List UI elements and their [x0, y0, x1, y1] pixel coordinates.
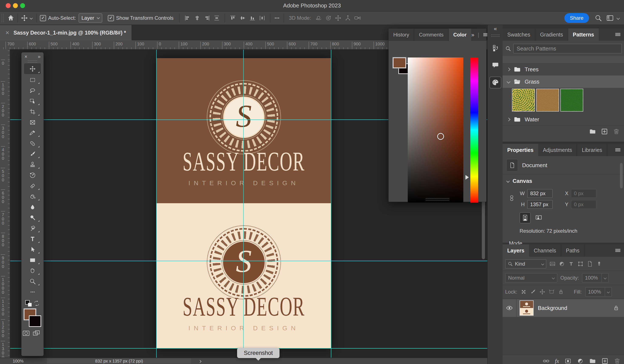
tab-color[interactable]: Color	[449, 29, 471, 41]
x-field[interactable]: 0 px	[571, 189, 597, 198]
comments-panel-icon[interactable]	[490, 60, 501, 71]
adjustment-layer-filter-icon[interactable]	[559, 261, 565, 267]
workspace-chevron-icon[interactable]	[617, 16, 620, 20]
default-colors-icon[interactable]	[25, 300, 32, 307]
new-adjustment-layer-icon[interactable]	[577, 358, 584, 364]
pattern-group-grass[interactable]: Grass	[503, 75, 624, 88]
crop-tool[interactable]	[24, 106, 41, 117]
new-group-icon[interactable]	[589, 358, 596, 364]
collapse-panel-icon[interactable]: »	[471, 32, 474, 38]
landscape-orientation-button[interactable]	[534, 212, 544, 222]
home-icon[interactable]	[7, 14, 14, 22]
panel-menu-icon[interactable]	[615, 147, 621, 153]
chevron-down-icon[interactable]	[507, 80, 510, 84]
auto-select-target-dropdown[interactable]: Layer	[78, 13, 102, 23]
foreground-color-well[interactable]	[393, 57, 406, 68]
hue-slider[interactable]	[470, 57, 478, 203]
lock-transparency-icon[interactable]	[521, 289, 527, 295]
tab-properties[interactable]: Properties	[503, 144, 538, 156]
hand-tool[interactable]	[24, 265, 41, 276]
blend-mode-dropdown[interactable]: Normal	[505, 273, 557, 283]
new-layer-icon[interactable]	[601, 358, 608, 364]
eraser-tool[interactable]	[24, 180, 41, 191]
slide-3d-icon[interactable]	[344, 15, 351, 22]
move-tool[interactable]	[24, 63, 41, 74]
align-horizontal-centers-icon[interactable]	[194, 15, 200, 21]
color-picker-marker[interactable]	[437, 133, 444, 140]
healing-brush-tool[interactable]	[24, 138, 41, 149]
chevron-right-icon[interactable]	[507, 118, 510, 121]
history-brush-tool[interactable]	[24, 170, 41, 180]
guide-vertical-center[interactable]	[243, 50, 244, 358]
width-field[interactable]: 832 px	[527, 189, 553, 198]
distribute-horizontal-icon[interactable]	[259, 15, 265, 21]
pattern-group-water[interactable]: Water	[503, 113, 624, 125]
vertical-ruler[interactable]: 0100200300400500600700800900100011001200…	[0, 49, 10, 358]
tab-libraries[interactable]: Libraries	[577, 144, 607, 156]
search-icon[interactable]	[595, 14, 602, 22]
toolbar-close-icon[interactable]: ×	[25, 54, 27, 60]
align-vertical-centers-icon[interactable]	[239, 15, 246, 21]
document-tab[interactable]: × Sassy Decor-1_1-min.jpg @ 100% (RGB/8#…	[0, 25, 132, 40]
paint-bucket-tool[interactable]	[24, 191, 41, 202]
frame-tool[interactable]	[24, 117, 41, 127]
roll-3d-icon[interactable]	[325, 15, 332, 22]
move-tool-preset-icon[interactable]	[21, 14, 28, 22]
background-color-swatch[interactable]	[29, 315, 41, 327]
tab-layers[interactable]: Layers	[503, 244, 529, 257]
blur-tool[interactable]	[24, 202, 41, 212]
fill-field[interactable]: 100%	[585, 287, 612, 296]
lock-all-icon[interactable]	[558, 289, 564, 295]
guide-horizontal-middle[interactable]	[10, 261, 487, 261]
panel-menu-icon[interactable]	[615, 31, 621, 38]
guide-vertical-right[interactable]	[331, 50, 331, 358]
orbit-3d-icon[interactable]	[315, 15, 322, 22]
tab-history[interactable]: History	[389, 29, 414, 41]
dry-grass-pattern[interactable]	[536, 89, 559, 112]
object-selection-tool[interactable]	[24, 96, 41, 106]
delete-pattern-icon[interactable]	[613, 128, 620, 135]
auto-select-checkbox[interactable]: ✓	[40, 15, 46, 21]
quick-mask-icon[interactable]	[22, 329, 31, 337]
camera-3d-icon[interactable]	[354, 15, 361, 22]
zoom-tool[interactable]	[24, 276, 41, 287]
rectangular-marquee-tool[interactable]	[24, 74, 41, 85]
panel-menu-icon[interactable]	[615, 247, 621, 254]
align-left-edges-icon[interactable]	[184, 15, 191, 21]
history-panel-icon[interactable]	[490, 43, 501, 54]
screen-mode-icon[interactable]	[32, 329, 41, 337]
tab-gradients[interactable]: Gradients	[535, 28, 568, 41]
path-selection-tool[interactable]	[24, 244, 41, 255]
portrait-orientation-button[interactable]	[520, 212, 531, 223]
swap-colors-icon[interactable]	[34, 300, 40, 306]
type-layer-filter-icon[interactable]	[568, 261, 574, 267]
delete-layer-icon[interactable]	[614, 358, 621, 364]
workspace-switcher-icon[interactable]	[606, 14, 614, 22]
layer-effects-icon[interactable]: fx	[555, 358, 559, 364]
saturation-brightness-field[interactable]	[408, 57, 463, 203]
pixel-layer-filter-icon[interactable]	[549, 261, 556, 267]
align-bottom-edges-icon[interactable]	[249, 15, 256, 21]
tool-preset-chevron-icon[interactable]	[30, 17, 33, 20]
add-layer-mask-icon[interactable]	[565, 358, 571, 364]
tab-swatches[interactable]: Swatches	[503, 28, 535, 41]
y-field[interactable]: 0 px	[571, 200, 597, 209]
hue-slider-arrow-icon[interactable]	[466, 175, 469, 180]
panel-resize-grip[interactable]	[426, 198, 449, 200]
layer-thumbnail[interactable]	[520, 300, 534, 316]
clone-stamp-tool[interactable]	[24, 159, 41, 170]
document-canvas[interactable]: S SASSY DECOR INTERIOR DESIGN S SASSY DE…	[156, 58, 331, 348]
pen-tool[interactable]	[24, 223, 41, 234]
lock-pixels-icon[interactable]	[530, 289, 536, 295]
zoom-level[interactable]: 100%	[13, 359, 24, 364]
tab-channels[interactable]: Channels	[529, 244, 561, 257]
align-top-edges-icon[interactable]	[230, 15, 236, 21]
guide-vertical-left[interactable]	[156, 50, 157, 358]
opacity-field[interactable]: 100%	[582, 273, 609, 283]
panel-scrollbar[interactable]	[620, 163, 623, 188]
canvas-section-header[interactable]: Canvas	[503, 174, 624, 187]
new-pattern-icon[interactable]	[601, 128, 608, 135]
layer-row-background[interactable]: Background	[503, 299, 624, 317]
layer-visibility-toggle[interactable]	[503, 299, 517, 317]
rectangle-tool[interactable]	[24, 255, 41, 265]
